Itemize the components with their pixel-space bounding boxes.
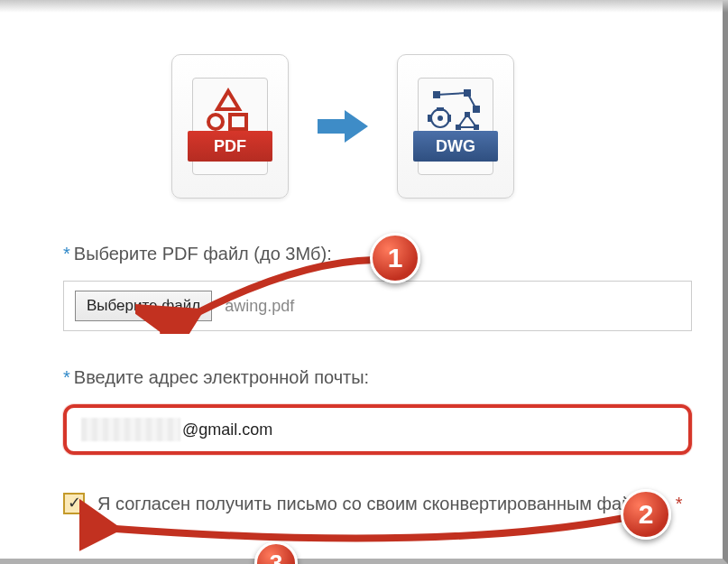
required-asterisk: *	[63, 367, 70, 387]
selected-filename: awing.pdf	[225, 297, 294, 316]
email-input[interactable]: @gmail.com	[63, 404, 692, 455]
svg-line-7	[467, 93, 476, 109]
svg-rect-12	[428, 115, 431, 122]
annotation-badge-2: 2	[621, 489, 671, 540]
file-label-text: Выберите PDF файл (до 3Мб):	[74, 244, 332, 264]
annotation-badge-1: 1	[370, 233, 420, 283]
arrow-right-icon	[314, 105, 372, 148]
redacted-email-user	[81, 418, 180, 441]
pdf-file-icon: PDF	[171, 54, 289, 199]
consent-label: Я согласен получить письмо со своим скон…	[97, 494, 670, 513]
svg-point-1	[208, 115, 223, 129]
email-domain-text: @gmail.com	[182, 421, 272, 439]
cad-shapes-icon	[428, 88, 484, 133]
file-input[interactable]: Выберите файл awing.pdf	[63, 281, 692, 331]
svg-rect-16	[465, 112, 470, 117]
pdf-band-label: PDF	[188, 131, 272, 162]
svg-point-9	[438, 116, 443, 121]
required-asterisk: *	[63, 244, 70, 264]
svg-rect-14	[456, 125, 461, 130]
conversion-illustration: PDF	[171, 54, 692, 199]
dwg-file-icon: DWG	[397, 54, 514, 199]
required-asterisk: *	[676, 494, 683, 513]
email-field-label: *Введите адрес электронной почты:	[63, 367, 692, 388]
email-label-text: Введите адрес электронной почты:	[74, 367, 369, 387]
consent-checkbox[interactable]: ✓	[63, 493, 85, 514]
svg-marker-0	[217, 91, 239, 109]
choose-file-button[interactable]: Выберите файл	[75, 291, 212, 321]
svg-rect-11	[447, 115, 451, 122]
svg-line-6	[437, 93, 467, 95]
svg-rect-2	[230, 115, 246, 129]
annotation-badge-3: 3	[254, 541, 298, 564]
shapes-icon	[203, 88, 257, 131]
dwg-band-label: DWG	[413, 131, 498, 162]
svg-rect-15	[474, 125, 479, 130]
checkmark-icon: ✓	[68, 492, 81, 514]
svg-rect-10	[437, 107, 444, 111]
consent-text: Я согласен получить письмо со своим скон…	[97, 491, 682, 516]
email-field-block: *Введите адрес электронной почты: @gmail…	[63, 367, 692, 455]
consent-row: ✓ Я согласен получить письмо со своим ск…	[63, 491, 692, 516]
